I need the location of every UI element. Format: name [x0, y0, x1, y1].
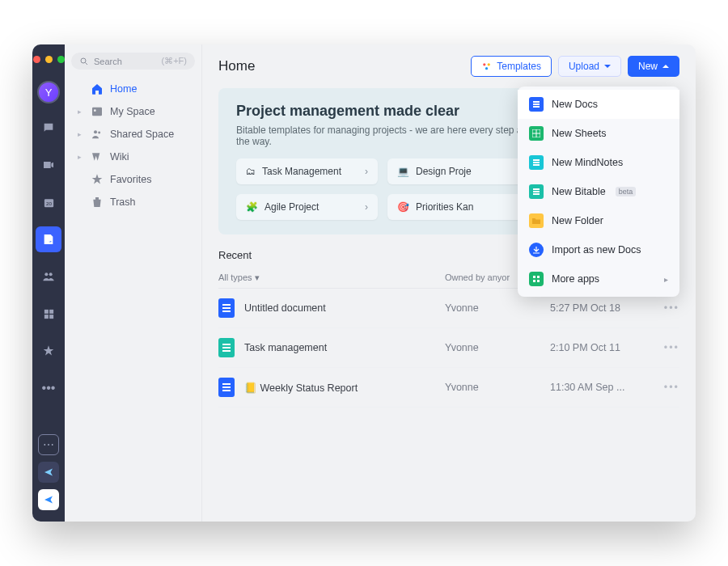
chevron-right-icon: ›	[365, 201, 368, 213]
sidebar: Search (⌘+F) Home ▸ My Space ▸ Shared Sp…	[65, 44, 202, 522]
svg-point-9	[81, 58, 86, 63]
recent-row[interactable]: 📒 Weekly Status Report Yvonne 11:30 AM S…	[218, 368, 679, 408]
app-switcher-icon[interactable]: ⋯	[38, 434, 59, 455]
doc-time: 2:10 PM Oct 11	[550, 342, 664, 353]
new-dropdown-menu: New Docs New Sheets New MindNotes New Bi…	[518, 87, 679, 297]
svg-text:20: 20	[46, 200, 52, 205]
doc-name: Task management	[244, 342, 445, 353]
sidebar-label: My Space	[110, 106, 155, 117]
chevron-right-icon: ›	[365, 166, 368, 177]
svg-point-4	[49, 272, 53, 276]
menu-label: New Folder	[552, 215, 603, 226]
sidebar-label: Wiki	[110, 151, 129, 163]
more-apps-icon	[529, 272, 544, 286]
sidebar-label: Favorites	[110, 174, 151, 185]
template-chip-priorities[interactable]: 🎯Priorities Kan	[387, 194, 529, 220]
row-more-icon[interactable]: •••	[664, 382, 679, 393]
main-content: Home Templates Upload New Project manage…	[202, 44, 696, 522]
wiki-icon	[91, 150, 104, 163]
chip-label: Design Proje	[416, 166, 472, 177]
sidebar-item-wiki[interactable]: ▸ Wiki	[71, 146, 195, 168]
menu-label: More apps	[552, 273, 599, 285]
chip-label: Priorities Kan	[416, 201, 473, 213]
chevron-up-icon	[662, 65, 669, 68]
calendar-icon[interactable]: 20	[36, 189, 61, 215]
new-button[interactable]: New	[628, 56, 679, 77]
send-icon-2[interactable]	[38, 489, 59, 510]
import-icon	[529, 243, 544, 257]
doc-name: Untitled document	[244, 302, 445, 314]
shared-icon	[91, 128, 104, 141]
search-placeholder: Search	[94, 57, 122, 66]
left-rail: Y 20 ••• ⋯	[32, 44, 65, 522]
doc-owner: Yvonne	[445, 302, 550, 314]
upload-button[interactable]: Upload	[558, 56, 621, 77]
workspace-icon[interactable]	[36, 301, 61, 327]
window-controls[interactable]	[33, 53, 65, 70]
avatar-initial: Y	[45, 87, 53, 99]
docs-icon[interactable]	[36, 226, 61, 252]
row-more-icon[interactable]: •••	[664, 302, 679, 314]
row-more-icon[interactable]: •••	[664, 342, 679, 353]
menu-label: New Bitable	[552, 186, 606, 197]
search-input[interactable]: Search (⌘+F)	[71, 53, 195, 70]
svg-rect-10	[92, 108, 102, 116]
doc-name: 📒 Weekly Status Report	[244, 382, 445, 394]
doc-owner: Yvonne	[445, 382, 550, 393]
templates-icon	[481, 61, 492, 72]
search-icon	[79, 57, 89, 66]
menu-item-import-docs[interactable]: Import as new Docs	[518, 235, 679, 264]
button-label: New	[638, 61, 658, 72]
sidebar-label: Home	[110, 83, 137, 95]
sidebar-item-shared-space[interactable]: ▸ Shared Space	[71, 123, 195, 146]
svg-rect-8	[49, 315, 53, 319]
svg-rect-18	[533, 276, 535, 278]
svg-point-13	[98, 132, 100, 134]
sidebar-item-my-space[interactable]: ▸ My Space	[71, 100, 195, 123]
menu-item-new-bitable[interactable]: New Bitablebeta	[518, 177, 679, 206]
menu-item-new-folder[interactable]: New Folder	[518, 206, 679, 235]
menu-item-new-sheets[interactable]: New Sheets	[518, 119, 679, 148]
template-chip-design[interactable]: 💻Design Proje	[387, 158, 529, 184]
mindnotes-icon	[529, 155, 544, 170]
sidebar-label: Trash	[110, 196, 136, 208]
app-window: Y 20 ••• ⋯ Search (⌘+F) Home ▸ My	[32, 44, 696, 522]
recent-row[interactable]: Task management Yvonne 2:10 PM Oct 11 ••…	[218, 328, 679, 368]
doc-icon	[218, 298, 235, 318]
banner-subtitle: Bitable templates for managing projects …	[236, 125, 544, 147]
chip-label: Agile Project	[265, 201, 319, 213]
page-header: Home Templates Upload New	[218, 56, 679, 77]
sidebar-item-home[interactable]: Home	[71, 78, 195, 100]
svg-rect-20	[533, 280, 535, 282]
svg-rect-5	[44, 309, 48, 313]
video-icon[interactable]	[36, 152, 61, 178]
contacts-icon[interactable]	[36, 264, 61, 289]
trash-icon	[91, 196, 104, 209]
doc-icon	[218, 378, 235, 397]
more-icon[interactable]: •••	[36, 375, 61, 401]
templates-button[interactable]: Templates	[471, 56, 552, 77]
avatar[interactable]: Y	[37, 81, 60, 103]
chevron-right-icon: ▸	[664, 275, 668, 284]
template-chip-agile[interactable]: 🧩Agile Project›	[236, 194, 378, 220]
sidebar-label: Shared Space	[110, 129, 174, 140]
menu-item-new-mindnotes[interactable]: New MindNotes	[518, 148, 679, 177]
chat-icon[interactable]	[36, 115, 61, 141]
doc-time: 5:27 PM Oct 18	[550, 302, 664, 314]
svg-rect-7	[44, 315, 48, 319]
send-icon-1[interactable]	[38, 462, 59, 483]
menu-label: New MindNotes	[552, 157, 623, 168]
sidebar-item-favorites[interactable]: Favorites	[71, 168, 195, 191]
template-chip-task[interactable]: 🗂Task Management›	[236, 158, 378, 184]
menu-item-more-apps[interactable]: More apps▸	[518, 264, 679, 294]
home-icon	[91, 82, 104, 95]
svg-point-12	[94, 130, 97, 133]
filter-type[interactable]: All types ▾	[218, 272, 445, 283]
button-label: Templates	[497, 61, 541, 72]
chevron-down-icon	[604, 65, 611, 68]
menu-item-new-docs[interactable]: New Docs	[518, 90, 679, 119]
bitable-icon	[529, 184, 544, 199]
sheet-icon	[218, 338, 235, 357]
star-icon[interactable]	[36, 338, 61, 364]
sidebar-item-trash[interactable]: Trash	[71, 191, 195, 213]
